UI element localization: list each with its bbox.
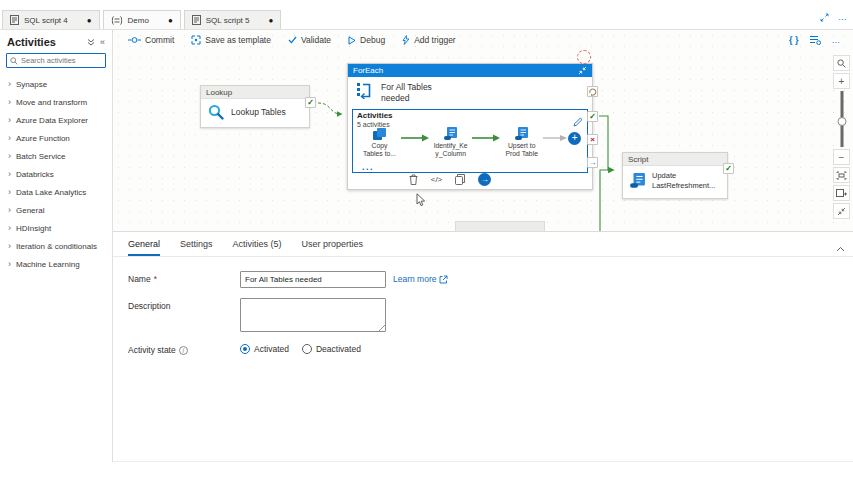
expand-icon[interactable]	[820, 13, 829, 22]
zoom-out-button[interactable]: −	[833, 149, 850, 165]
code-icon[interactable]: </>	[431, 175, 443, 184]
debug-button[interactable]: Debug	[348, 35, 385, 45]
reset-zoom-button[interactable]	[833, 185, 850, 201]
foreach-activities-title: Activities 5 activities	[357, 112, 393, 128]
failure-port[interactable]: ×	[587, 134, 598, 145]
sidebar-item-iteration-conditionals[interactable]: ›Iteration & conditionals	[0, 237, 112, 255]
sidebar-item-azure-function[interactable]: ›Azure Function	[0, 129, 112, 147]
radio-selected-icon[interactable]	[240, 344, 250, 354]
activity-properties-panel: General Settings Activities (5) User pro…	[113, 232, 853, 462]
add-inner-activity-button[interactable]: +	[568, 132, 581, 145]
more-activities-ellipsis[interactable]: ...	[362, 162, 374, 172]
unsaved-dot: ●	[73, 16, 92, 25]
pipeline-editor: Commit Save as template Validate Debug A…	[113, 30, 853, 232]
editor-tab-bar: SQL script 4 ● Demo ● SQL script 5 ● …	[0, 0, 853, 30]
learn-more-link[interactable]: Learn more	[393, 271, 448, 284]
script-success-port[interactable]: ✓	[723, 163, 734, 174]
clone-activity-icon[interactable]	[455, 174, 465, 185]
sidebar-item-machine-learning[interactable]: ›Machine Learning	[0, 255, 112, 273]
sidebar-item-batch-service[interactable]: ›Batch Service	[0, 147, 112, 165]
foreach-activities-panel[interactable]: Activities 5 activities CopyTables to...…	[352, 109, 588, 173]
lookup-node-name: Lookup Tables	[231, 107, 286, 117]
sidebar-item-synapse[interactable]: ›Synapse	[0, 75, 112, 93]
foreach-node-header: ForEach	[353, 66, 383, 75]
partially-hidden-activity-node[interactable]	[455, 221, 545, 231]
zoom-search-button[interactable]	[833, 55, 850, 71]
tab-sql-script-4[interactable]: SQL script 4 ●	[2, 10, 100, 29]
upsert-to-prod-step[interactable]: Upsert toProd Table	[501, 127, 542, 158]
description-label: Description	[128, 298, 240, 311]
tab-user-properties[interactable]: User properties	[302, 239, 364, 256]
zoom-in-button[interactable]: +	[833, 73, 850, 89]
mouse-cursor	[416, 193, 426, 211]
copy-activity-step[interactable]: CopyTables to...	[359, 127, 400, 158]
validate-button[interactable]: Validate	[288, 35, 331, 45]
description-textarea[interactable]	[240, 298, 386, 332]
lookup-node-header: Lookup	[201, 86, 309, 99]
tab-settings[interactable]: Settings	[180, 239, 213, 256]
pipeline-canvas[interactable]: Lookup Lookup Tables ✓ ForEach	[113, 50, 853, 231]
collapse-categories-icon[interactable]	[87, 38, 95, 46]
add-trigger-button[interactable]: Add trigger	[402, 35, 456, 45]
sidebar-item-hdinsight[interactable]: ›HDInsight	[0, 219, 112, 237]
sidebar-item-databricks[interactable]: ›Databricks	[0, 165, 112, 183]
delete-activity-icon[interactable]	[409, 174, 418, 185]
radio-deactivated[interactable]: Deactivated	[302, 344, 361, 354]
foreach-icon	[357, 82, 372, 99]
click-highlight-circle	[577, 50, 591, 64]
save-as-template-button[interactable]: Save as template	[191, 35, 271, 45]
sql-script-icon	[10, 15, 19, 25]
lookup-success-port[interactable]: ✓	[305, 97, 316, 108]
tab-general[interactable]: General	[128, 239, 160, 256]
radio-unselected-icon[interactable]	[302, 344, 312, 354]
lookup-activity-node[interactable]: Lookup Lookup Tables	[200, 85, 310, 128]
tab-demo[interactable]: Demo ●	[103, 10, 181, 29]
chevron-right-icon: ›	[8, 188, 11, 197]
activity-name-input[interactable]	[240, 271, 386, 288]
unsaved-dot: ●	[254, 16, 273, 25]
commit-button[interactable]: Commit	[128, 35, 174, 45]
script-icon	[444, 127, 457, 141]
sidebar-item-data-lake-analytics[interactable]: ›Data Lake Analytics	[0, 183, 112, 201]
chevron-right-icon: ›	[8, 98, 11, 107]
auto-align-button[interactable]	[833, 203, 850, 219]
navigate-into-foreach-button[interactable]: →	[478, 173, 491, 186]
zoom-slider[interactable]	[833, 91, 850, 147]
properties-list-icon[interactable]	[810, 35, 821, 45]
chevron-right-icon: ›	[8, 242, 11, 251]
collapse-sidebar-icon[interactable]: «	[100, 37, 105, 47]
chevron-right-icon: ›	[8, 260, 11, 269]
activities-sidebar: Activities « ›Synapse ›Move and transfor…	[0, 30, 113, 462]
script-activity-node[interactable]: Script UpdateLastRefreshment...	[622, 152, 728, 199]
success-port[interactable]: ✓	[587, 111, 598, 122]
toolbar-more-button[interactable]: …	[832, 35, 842, 45]
zoom-to-fit-button[interactable]	[833, 167, 850, 183]
chevron-right-icon: ›	[8, 224, 11, 233]
foreach-activity-node[interactable]: ForEach For All Tablesneeded Activities	[347, 63, 593, 190]
external-link-icon	[439, 275, 448, 284]
green-arrow	[472, 134, 500, 142]
resize-grip[interactable]	[378, 324, 385, 331]
skip-arrow-icon	[589, 88, 597, 96]
zoom-slider-handle[interactable]	[837, 117, 846, 126]
chevron-right-icon: ›	[8, 206, 11, 215]
copy-data-icon	[372, 127, 387, 141]
search-input[interactable]	[21, 56, 102, 65]
code-view-button[interactable]: { }	[789, 35, 799, 45]
sidebar-item-azure-data-explorer[interactable]: ›Azure Data Explorer	[0, 111, 112, 129]
completion-port[interactable]: →	[587, 157, 598, 168]
radio-activated[interactable]: Activated	[240, 344, 289, 354]
identify-key-column-step[interactable]: Identify_Key_Column	[430, 127, 471, 158]
collapse-foreach-icon[interactable]	[578, 66, 587, 75]
sidebar-title: Activities	[7, 36, 56, 48]
collapse-panel-chevron-icon[interactable]	[836, 238, 845, 256]
tab-label: SQL script 5	[206, 16, 250, 25]
tab-sql-script-5[interactable]: SQL script 5 ●	[184, 10, 282, 29]
sidebar-item-move-and-transform[interactable]: ›Move and transform	[0, 93, 112, 111]
skip-port[interactable]	[587, 86, 598, 97]
commit-icon	[128, 36, 141, 44]
tabbar-more-button[interactable]: …	[838, 12, 848, 22]
tab-activities[interactable]: Activities (5)	[233, 239, 282, 256]
sidebar-item-general[interactable]: ›General	[0, 201, 112, 219]
activity-search-box[interactable]	[6, 53, 106, 68]
